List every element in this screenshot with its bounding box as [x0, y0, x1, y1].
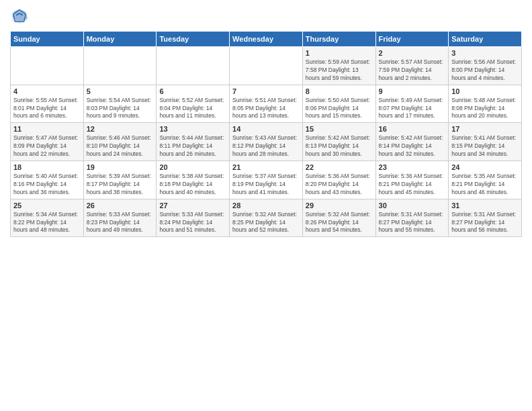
day-number: 7: [232, 87, 300, 95]
calendar-cell: 26Sunrise: 5:33 AM Sunset: 8:23 PM Dayli…: [83, 199, 157, 237]
day-header-sunday: Sunday: [11, 32, 84, 47]
day-detail: Sunrise: 5:54 AM Sunset: 8:03 PM Dayligh…: [87, 97, 154, 121]
day-number: 4: [13, 87, 81, 95]
week-row-1: 1Sunrise: 5:59 AM Sunset: 7:58 PM Daylig…: [11, 47, 522, 85]
day-number: 24: [451, 163, 519, 171]
day-detail: Sunrise: 5:33 AM Sunset: 8:24 PM Dayligh…: [159, 211, 226, 235]
calendar-cell: 2Sunrise: 5:57 AM Sunset: 7:59 PM Daylig…: [375, 47, 449, 85]
calendar-cell: 9Sunrise: 5:49 AM Sunset: 8:07 PM Daylig…: [375, 85, 449, 123]
day-number: 8: [306, 87, 373, 95]
day-number: 14: [232, 125, 300, 133]
calendar-cell: 17Sunrise: 5:41 AM Sunset: 8:15 PM Dayli…: [449, 123, 522, 161]
day-number: 21: [232, 163, 300, 171]
calendar-cell: 21Sunrise: 5:37 AM Sunset: 8:19 PM Dayli…: [230, 161, 303, 199]
day-detail: Sunrise: 5:41 AM Sunset: 8:15 PM Dayligh…: [451, 134, 519, 158]
day-number: 23: [379, 163, 446, 171]
day-number: 1: [306, 49, 373, 57]
day-number: 13: [159, 125, 226, 133]
header: [10, 7, 522, 26]
calendar-cell: 28Sunrise: 5:32 AM Sunset: 8:25 PM Dayli…: [230, 199, 303, 237]
day-detail: Sunrise: 5:59 AM Sunset: 7:58 PM Dayligh…: [306, 58, 373, 83]
calendar-cell: 25Sunrise: 5:34 AM Sunset: 8:22 PM Dayli…: [11, 199, 84, 237]
week-row-4: 18Sunrise: 5:40 AM Sunset: 8:16 PM Dayli…: [11, 161, 522, 199]
day-header-tuesday: Tuesday: [157, 32, 230, 47]
calendar-cell: 5Sunrise: 5:54 AM Sunset: 8:03 PM Daylig…: [83, 85, 157, 123]
day-number: 26: [87, 201, 154, 210]
calendar-cell: 23Sunrise: 5:36 AM Sunset: 8:21 PM Dayli…: [375, 161, 449, 199]
day-detail: Sunrise: 5:42 AM Sunset: 8:13 PM Dayligh…: [306, 134, 373, 158]
day-number: 6: [159, 87, 226, 95]
day-number: 20: [159, 163, 226, 171]
calendar-cell: 18Sunrise: 5:40 AM Sunset: 8:16 PM Dayli…: [11, 161, 84, 199]
day-number: 9: [379, 87, 446, 95]
day-number: 12: [87, 125, 154, 133]
day-detail: Sunrise: 5:38 AM Sunset: 8:18 PM Dayligh…: [159, 173, 226, 197]
day-detail: Sunrise: 5:57 AM Sunset: 7:59 PM Dayligh…: [379, 58, 446, 83]
day-detail: Sunrise: 5:39 AM Sunset: 8:17 PM Dayligh…: [87, 173, 154, 197]
day-number: 25: [13, 201, 81, 210]
calendar-cell: 12Sunrise: 5:46 AM Sunset: 8:10 PM Dayli…: [83, 123, 157, 161]
calendar-cell: 20Sunrise: 5:38 AM Sunset: 8:18 PM Dayli…: [157, 161, 230, 199]
calendar-cell: 24Sunrise: 5:35 AM Sunset: 8:21 PM Dayli…: [449, 161, 522, 199]
day-header-wednesday: Wednesday: [230, 32, 303, 47]
day-detail: Sunrise: 5:33 AM Sunset: 8:23 PM Dayligh…: [87, 211, 154, 235]
page: SundayMondayTuesdayWednesdayThursdayFrid…: [0, 0, 532, 411]
calendar-cell: [83, 47, 157, 85]
day-header-friday: Friday: [375, 32, 449, 47]
day-number: 22: [306, 163, 373, 171]
header-row: SundayMondayTuesdayWednesdayThursdayFrid…: [11, 32, 522, 47]
day-header-monday: Monday: [83, 32, 157, 47]
week-row-5: 25Sunrise: 5:34 AM Sunset: 8:22 PM Dayli…: [11, 199, 522, 237]
day-number: 17: [451, 125, 519, 133]
calendar-body: 1Sunrise: 5:59 AM Sunset: 7:58 PM Daylig…: [11, 47, 522, 237]
day-detail: Sunrise: 5:47 AM Sunset: 8:09 PM Dayligh…: [13, 134, 81, 158]
day-detail: Sunrise: 5:42 AM Sunset: 8:14 PM Dayligh…: [379, 134, 446, 158]
calendar-cell: 14Sunrise: 5:43 AM Sunset: 8:12 PM Dayli…: [230, 123, 303, 161]
day-header-thursday: Thursday: [302, 32, 375, 47]
day-detail: Sunrise: 5:56 AM Sunset: 8:00 PM Dayligh…: [451, 58, 519, 83]
calendar-cell: 22Sunrise: 5:36 AM Sunset: 8:20 PM Dayli…: [302, 161, 375, 199]
day-number: 11: [13, 125, 81, 133]
calendar-cell: [11, 47, 84, 85]
day-detail: Sunrise: 5:32 AM Sunset: 8:26 PM Dayligh…: [306, 211, 373, 235]
calendar-cell: 27Sunrise: 5:33 AM Sunset: 8:24 PM Dayli…: [157, 199, 230, 237]
calendar-cell: 6Sunrise: 5:52 AM Sunset: 8:04 PM Daylig…: [157, 85, 230, 123]
day-number: 15: [306, 125, 373, 133]
day-number: 30: [379, 201, 446, 210]
calendar-header: SundayMondayTuesdayWednesdayThursdayFrid…: [11, 32, 522, 47]
day-detail: Sunrise: 5:36 AM Sunset: 8:21 PM Dayligh…: [379, 173, 446, 197]
calendar-cell: 30Sunrise: 5:31 AM Sunset: 8:27 PM Dayli…: [375, 199, 449, 237]
day-number: 3: [451, 49, 519, 57]
day-detail: Sunrise: 5:31 AM Sunset: 8:27 PM Dayligh…: [379, 211, 446, 235]
day-detail: Sunrise: 5:36 AM Sunset: 8:20 PM Dayligh…: [306, 173, 373, 197]
logo: [10, 7, 32, 26]
day-number: 27: [159, 201, 226, 210]
day-detail: Sunrise: 5:48 AM Sunset: 8:08 PM Dayligh…: [451, 97, 519, 121]
day-detail: Sunrise: 5:31 AM Sunset: 8:27 PM Dayligh…: [451, 211, 519, 235]
calendar-cell: 29Sunrise: 5:32 AM Sunset: 8:26 PM Dayli…: [302, 199, 375, 237]
day-detail: Sunrise: 5:50 AM Sunset: 8:06 PM Dayligh…: [306, 97, 373, 121]
calendar-cell: [230, 47, 303, 85]
day-detail: Sunrise: 5:51 AM Sunset: 8:05 PM Dayligh…: [232, 97, 300, 121]
calendar: SundayMondayTuesdayWednesdayThursdayFrid…: [10, 31, 522, 237]
calendar-cell: 19Sunrise: 5:39 AM Sunset: 8:17 PM Dayli…: [83, 161, 157, 199]
day-number: 31: [451, 201, 519, 210]
day-number: 18: [13, 163, 81, 171]
calendar-cell: 4Sunrise: 5:55 AM Sunset: 8:01 PM Daylig…: [11, 85, 84, 123]
day-header-saturday: Saturday: [449, 32, 522, 47]
calendar-cell: 3Sunrise: 5:56 AM Sunset: 8:00 PM Daylig…: [449, 47, 522, 85]
day-detail: Sunrise: 5:46 AM Sunset: 8:10 PM Dayligh…: [87, 134, 154, 158]
day-detail: Sunrise: 5:37 AM Sunset: 8:19 PM Dayligh…: [232, 173, 300, 197]
day-detail: Sunrise: 5:40 AM Sunset: 8:16 PM Dayligh…: [13, 173, 81, 197]
day-number: 5: [87, 87, 154, 95]
day-number: 10: [451, 87, 519, 95]
day-detail: Sunrise: 5:32 AM Sunset: 8:25 PM Dayligh…: [232, 211, 300, 235]
calendar-cell: 1Sunrise: 5:59 AM Sunset: 7:58 PM Daylig…: [302, 47, 375, 85]
week-row-3: 11Sunrise: 5:47 AM Sunset: 8:09 PM Dayli…: [11, 123, 522, 161]
day-detail: Sunrise: 5:52 AM Sunset: 8:04 PM Dayligh…: [159, 97, 226, 121]
calendar-cell: 11Sunrise: 5:47 AM Sunset: 8:09 PM Dayli…: [11, 123, 84, 161]
day-detail: Sunrise: 5:49 AM Sunset: 8:07 PM Dayligh…: [379, 97, 446, 121]
calendar-cell: 16Sunrise: 5:42 AM Sunset: 8:14 PM Dayli…: [375, 123, 449, 161]
day-number: 29: [306, 201, 373, 210]
calendar-cell: 7Sunrise: 5:51 AM Sunset: 8:05 PM Daylig…: [230, 85, 303, 123]
